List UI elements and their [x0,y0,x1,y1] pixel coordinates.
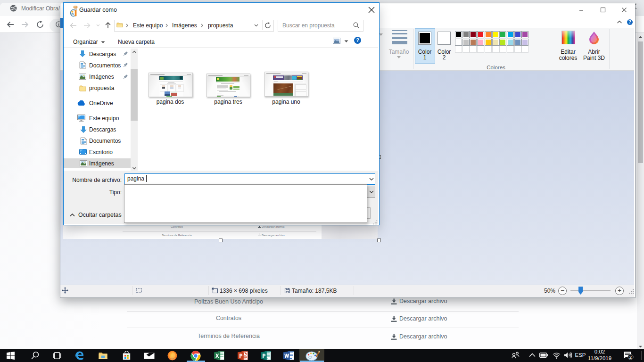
svg-text:2: 2 [629,354,632,360]
